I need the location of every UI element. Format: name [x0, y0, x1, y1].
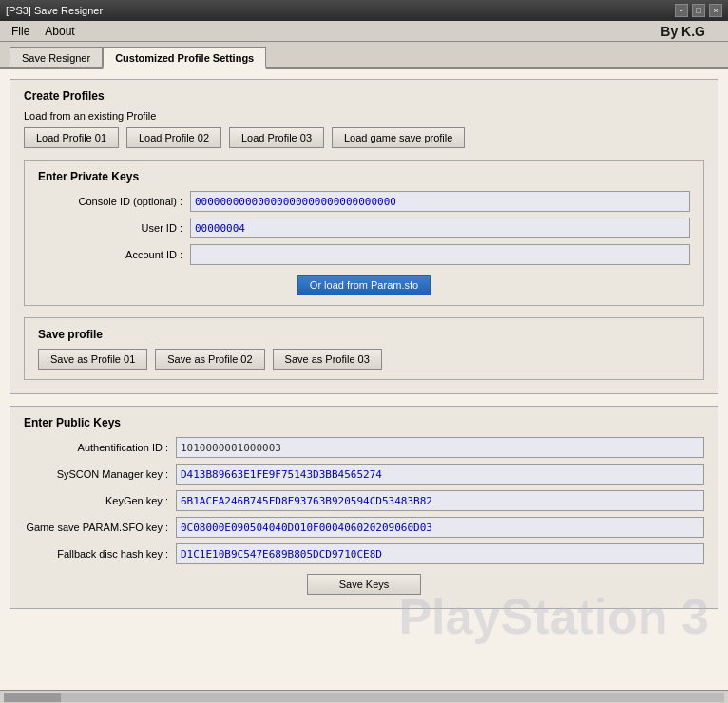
load-profile-03-button[interactable]: Load Profile 03: [229, 127, 324, 148]
window-controls: - □ ×: [675, 4, 722, 17]
auth-id-input[interactable]: [176, 437, 704, 458]
create-profiles-title: Create Profiles: [24, 89, 704, 103]
main-content: PlayStation 3 Create Profiles Load from …: [0, 69, 728, 702]
console-id-input[interactable]: [190, 191, 690, 212]
file-menu[interactable]: File: [4, 23, 37, 40]
save-profile-subsection: Save profile Save as Profile 01 Save as …: [24, 317, 704, 380]
close-button[interactable]: ×: [709, 4, 722, 17]
by-kg-label: By K.G: [661, 24, 724, 39]
title-bar: [PS3] Save Resigner - □ ×: [0, 0, 728, 21]
save-profile-03-button[interactable]: Save as Profile 03: [273, 349, 382, 370]
horizontal-scrollbar[interactable]: [0, 690, 728, 703]
user-id-label: User ID :: [38, 222, 190, 234]
game-save-param-input[interactable]: [176, 517, 704, 538]
keygen-field-group: KeyGen key :: [24, 490, 704, 511]
load-profile-buttons: Load Profile 01 Load Profile 02 Load Pro…: [24, 127, 704, 148]
user-id-input[interactable]: [190, 218, 690, 238]
window-title: [PS3] Save Resigner: [6, 5, 675, 16]
about-menu[interactable]: About: [37, 23, 82, 40]
console-id-field-group: Console ID (optional) :: [38, 191, 690, 212]
tab-customized-profile[interactable]: Customized Profile Settings: [103, 48, 266, 69]
load-profile-02-button[interactable]: Load Profile 02: [126, 127, 221, 148]
fallback-input[interactable]: [176, 543, 704, 564]
save-profile-02-button[interactable]: Save as Profile 02: [155, 349, 264, 370]
auth-id-label: Authentification ID :: [24, 442, 176, 453]
save-profile-buttons: Save as Profile 01 Save as Profile 02 Sa…: [38, 349, 690, 370]
syscon-field-group: SySCON Manager key :: [24, 464, 704, 484]
public-keys-title: Enter Public Keys: [24, 416, 704, 429]
load-param-btn-row: Or load from Param.sfo: [38, 275, 690, 295]
scrollbar-track: [4, 693, 724, 702]
syscon-input[interactable]: [176, 464, 704, 484]
syscon-label: SySCON Manager key :: [24, 468, 176, 480]
keygen-input[interactable]: [176, 490, 704, 511]
load-param-sfo-button[interactable]: Or load from Param.sfo: [297, 275, 431, 295]
game-save-param-label: Game save PARAM.SFO key :: [24, 522, 176, 533]
save-keys-button[interactable]: Save Keys: [307, 574, 421, 595]
public-keys-section: Enter Public Keys Authentification ID : …: [10, 406, 718, 609]
save-profile-01-button[interactable]: Save as Profile 01: [38, 349, 147, 370]
load-game-save-button[interactable]: Load game save profile: [332, 127, 465, 148]
fallback-label: Fallback disc hash key :: [24, 548, 176, 560]
scrollbar-thumb[interactable]: [4, 693, 61, 702]
auth-id-field-group: Authentification ID :: [24, 437, 704, 458]
tab-save-resigner[interactable]: Save Resigner: [10, 48, 103, 67]
private-keys-title: Enter Private Keys: [38, 170, 690, 183]
menu-bar: File About By K.G: [0, 21, 728, 42]
user-id-field-group: User ID :: [38, 218, 690, 238]
account-id-label: Account ID :: [38, 249, 190, 260]
load-profile-01-button[interactable]: Load Profile 01: [24, 127, 119, 148]
load-subtitle: Load from an existing Profile: [24, 110, 704, 122]
fallback-field-group: Fallback disc hash key :: [24, 543, 704, 564]
tabs-bar: Save Resigner Customized Profile Setting…: [0, 42, 728, 69]
minimize-button[interactable]: -: [675, 4, 688, 17]
game-save-param-field-group: Game save PARAM.SFO key :: [24, 517, 704, 538]
private-keys-subsection: Enter Private Keys Console ID (optional)…: [24, 160, 704, 306]
account-id-field-group: Account ID :: [38, 244, 690, 265]
keygen-label: KeyGen key :: [24, 495, 176, 506]
save-profile-title: Save profile: [38, 328, 690, 341]
save-keys-btn-row: Save Keys: [24, 574, 704, 595]
maximize-button[interactable]: □: [692, 4, 705, 17]
create-profiles-section: Create Profiles Load from an existing Pr…: [10, 79, 718, 394]
account-id-input[interactable]: [190, 244, 690, 265]
console-id-label: Console ID (optional) :: [38, 196, 190, 207]
